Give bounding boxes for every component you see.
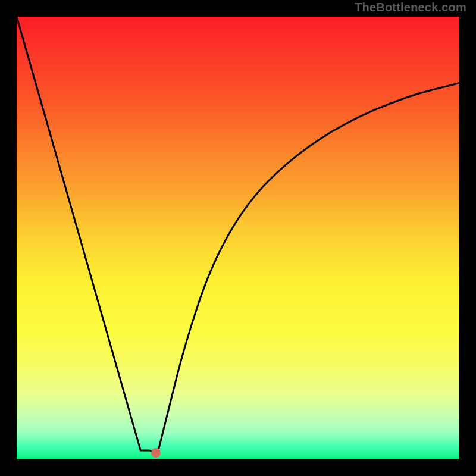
optimum-marker (151, 448, 161, 458)
curve-path (17, 17, 459, 453)
watermark-text: TheBottleneck.com (355, 1, 466, 14)
bottleneck-curve (17, 17, 459, 459)
plot-area (17, 17, 459, 459)
chart-frame: TheBottleneck.com (0, 0, 476, 476)
